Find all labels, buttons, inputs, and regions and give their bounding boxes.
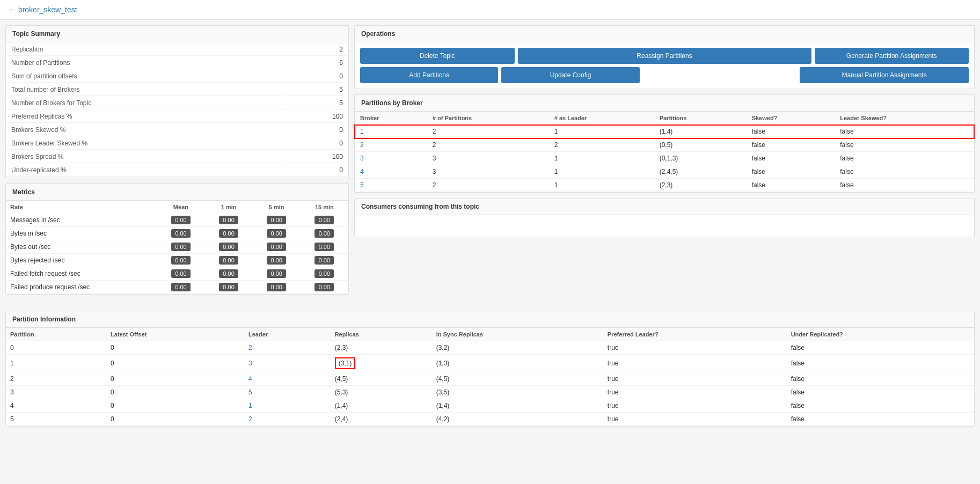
summary-row: Preferred Replicas %100	[7, 111, 347, 123]
broker-col-skewed: Skewed?	[747, 112, 835, 125]
summary-label: Number of Brokers for Topic	[7, 97, 286, 109]
pi-row: 2 0 4 (4,5) (4,5) true false	[6, 372, 974, 386]
metrics-mean: 0.00	[157, 281, 204, 294]
generate-partition-assignments-button[interactable]: Generate Partition Assignments	[815, 48, 969, 64]
metrics-5min: 0.00	[253, 240, 301, 254]
summary-label: Brokers Skewed %	[7, 124, 286, 136]
pi-cell-partition: 5	[6, 413, 106, 426]
broker-cell-leader: 2	[549, 138, 654, 152]
summary-value: 5	[287, 84, 347, 96]
operations-header: Operations	[355, 26, 974, 42]
add-partitions-button[interactable]: Add Partitions	[360, 67, 498, 83]
consumers-body	[355, 215, 974, 237]
metrics-col-1min: 1 min	[205, 201, 253, 214]
manual-partition-assignments-button[interactable]: Manual Partition Assignments	[800, 67, 969, 83]
broker-col-broker: Broker	[355, 112, 427, 125]
pi-cell-leader: 2	[244, 413, 331, 426]
summary-value: 0	[287, 124, 347, 136]
metrics-mean: 0.00	[157, 214, 204, 227]
broker-col-leader-skewed: Leader Skewed?	[835, 112, 974, 125]
partitions-by-broker-card: Partitions by Broker Broker # of Partiti…	[354, 94, 975, 193]
pi-cell-preferred-leader: true	[603, 413, 787, 426]
broker-row: 1 2 1 (1,4) false false	[355, 125, 974, 138]
metrics-table: Rate Mean 1 min 5 min 15 min Messages in…	[6, 201, 348, 294]
broker-cell-broker: 5	[355, 179, 427, 192]
pi-cell-offset: 0	[106, 341, 244, 355]
metrics-row: Failed produce request /sec 0.00 0.00 0.…	[6, 281, 348, 294]
reassign-partitions-button[interactable]: Reassign Partitions	[518, 48, 811, 64]
partitions-by-broker-header: Partitions by Broker	[355, 95, 974, 112]
pi-cell-preferred-leader: true	[603, 399, 787, 413]
summary-row: Sum of partition offsets0	[7, 70, 347, 83]
pi-cell-under-replicated: false	[787, 355, 974, 372]
broker-cell-partitions: (1,4)	[654, 125, 747, 138]
main-content: Topic Summary Replication2Number of Part…	[0, 20, 980, 300]
pi-cell-preferred-leader: true	[603, 355, 787, 372]
pi-row: 3 0 5 (5,3) (3,5) true false	[6, 386, 974, 399]
pi-cell-under-replicated: false	[787, 386, 974, 399]
broker-row: 4 3 1 (2,4,5) false false	[355, 165, 974, 179]
pi-cell-replicas: (2,3)	[331, 341, 432, 355]
metrics-15min: 0.00	[301, 240, 348, 254]
summary-row: Replication2	[7, 43, 347, 56]
broker-col-as-leader: # as Leader	[549, 112, 654, 125]
pi-row: 5 0 2 (2,4) (4,2) true false	[6, 413, 974, 426]
partitions-by-broker-table: Broker # of Partitions # as Leader Parti…	[355, 112, 974, 192]
metrics-label: Bytes in /sec	[6, 227, 157, 240]
broker-cell-leader-skewed: false	[835, 152, 974, 165]
pi-row: 1 0 3 (3,1) (1,3) true false	[6, 355, 974, 372]
metrics-15min: 0.00	[301, 267, 348, 281]
pi-cell-offset: 0	[106, 386, 244, 399]
operations-card: Operations Delete Topic Reassign Partiti…	[354, 25, 975, 89]
partition-information-section: Partition Information Partition Latest O…	[0, 300, 980, 432]
metrics-card: Metrics Rate Mean 1 min 5 min 15 min Mes…	[5, 184, 349, 295]
metrics-col-rate: Rate	[6, 201, 157, 214]
summary-label: Brokers Leader Skewed %	[7, 137, 286, 150]
metrics-mean: 0.00	[157, 267, 204, 281]
broker-col-partitions: Partitions	[654, 112, 747, 125]
metrics-15min: 0.00	[301, 254, 348, 267]
broker-cell-num: 2	[427, 138, 549, 152]
pi-cell-in-sync: (3,5)	[432, 386, 603, 399]
update-config-button[interactable]: Update Config	[501, 67, 639, 83]
topic-summary-body: Replication2Number of Partitions6Sum of …	[6, 42, 348, 178]
pi-cell-partition: 2	[6, 372, 106, 386]
metrics-label: Messages in /sec	[6, 214, 157, 227]
pi-cell-partition: 3	[6, 386, 106, 399]
metrics-5min: 0.00	[253, 227, 301, 240]
metrics-1min: 0.00	[205, 281, 253, 294]
summary-label: Under-replicated %	[7, 164, 286, 177]
pi-cell-under-replicated: false	[787, 341, 974, 355]
broker-cell-skewed: false	[747, 179, 835, 192]
summary-value: 100	[287, 111, 347, 123]
summary-table: Replication2Number of Partitions6Sum of …	[6, 42, 348, 178]
metrics-5min: 0.00	[253, 254, 301, 267]
metrics-1min: 0.00	[205, 227, 253, 240]
metrics-15min: 0.00	[301, 214, 348, 227]
broker-cell-skewed: false	[747, 152, 835, 165]
metrics-1min: 0.00	[205, 267, 253, 281]
broker-cell-skewed: false	[747, 125, 835, 138]
broker-cell-broker: 3	[355, 152, 427, 165]
summary-value: 100	[287, 151, 347, 163]
metrics-row: Bytes in /sec 0.00 0.00 0.00 0.00	[6, 227, 348, 240]
metrics-row: Failed fetch request /sec 0.00 0.00 0.00…	[6, 267, 348, 281]
metrics-row: Messages in /sec 0.00 0.00 0.00 0.00	[6, 214, 348, 227]
broker-cell-partitions: (2,4,5)	[654, 165, 747, 179]
pi-cell-preferred-leader: true	[603, 341, 787, 355]
right-panel: Operations Delete Topic Reassign Partiti…	[349, 25, 975, 295]
pi-cell-under-replicated: false	[787, 413, 974, 426]
pi-col-leader: Leader	[244, 328, 331, 341]
operations-buttons: Delete Topic Reassign Partitions Generat…	[355, 42, 974, 89]
partition-info-header: Partition Information	[6, 311, 974, 328]
pi-cell-offset: 0	[106, 372, 244, 386]
broker-cell-skewed: false	[747, 165, 835, 179]
ops-row-1: Delete Topic Reassign Partitions Generat…	[360, 48, 969, 64]
back-button[interactable]: ← broker_skew_test	[9, 5, 77, 14]
delete-topic-button[interactable]: Delete Topic	[360, 48, 515, 64]
pi-cell-in-sync: (3,2)	[432, 341, 603, 355]
summary-row: Total number of Brokers5	[7, 84, 347, 96]
metrics-mean: 0.00	[157, 227, 204, 240]
pi-col-under-replicated: Under Replicated?	[787, 328, 974, 341]
summary-label: Replication	[7, 43, 286, 56]
